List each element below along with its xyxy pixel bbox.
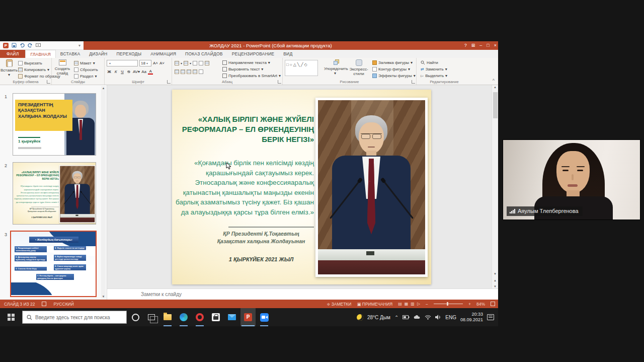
zoom-in-button[interactable]: +: [468, 302, 471, 307]
taskbar-search-input[interactable]: Введите здесь текст для поиска: [22, 311, 127, 324]
zoom-slider[interactable]: [434, 304, 463, 304]
opera-browser-button[interactable]: [192, 308, 207, 326]
paragraph-dialog-launcher[interactable]: [278, 80, 281, 84]
tab-insert[interactable]: ВСТАВКА: [56, 50, 85, 58]
text-direction-button[interactable]: Направление текста ▾: [222, 59, 281, 66]
comments-toggle[interactable]: ▣ ПРИМЕЧАНИЯ: [357, 302, 392, 307]
slide-date[interactable]: 1 ҚЫРКҮЙЕК 2021 ЖЫЛ: [208, 256, 314, 262]
tab-design[interactable]: ДИЗАЙН: [85, 50, 112, 58]
increase-indent-icon[interactable]: [199, 61, 203, 65]
convert-smartart-button[interactable]: Преобразовать в SmartArt ▾: [222, 73, 281, 79]
shape-outline-button[interactable]: Контур фигуры ▾: [372, 66, 416, 73]
participant-video-tile[interactable]: Аяулым Тлепбергенова: [503, 139, 640, 220]
tab-review[interactable]: РЕЦЕНЗИРОВАНИЕ: [227, 50, 279, 58]
bold-button[interactable]: Ж: [107, 69, 112, 74]
start-slideshow-icon[interactable]: [36, 43, 41, 48]
weather-moon-icon[interactable]: [357, 314, 363, 321]
font-size-combobox[interactable]: 18▾: [139, 60, 151, 66]
zoom-app-button[interactable]: [257, 308, 272, 326]
strikethrough-button[interactable]: S: [126, 69, 131, 74]
font-dialog-launcher[interactable]: [167, 80, 171, 84]
find-button[interactable]: Найти: [421, 59, 447, 66]
thumbnail-slide-2[interactable]: «ХАЛЫҚ БІРЛІГІ ЖӘНЕ ЖҮЙЕЛІ РЕФОРМАЛАР – …: [13, 162, 96, 225]
spellcheck-language-icon[interactable]: [42, 302, 46, 306]
thumbnail-scrollbar[interactable]: ▲ ▼: [101, 86, 106, 299]
next-slide-button[interactable]: ▼: [492, 285, 498, 288]
normal-view-icon[interactable]: ▤: [398, 302, 402, 306]
tab-transitions[interactable]: ПЕРЕХОДЫ: [112, 50, 146, 58]
collapse-ribbon-button[interactable]: ^: [493, 78, 495, 83]
shapes-gallery[interactable]: □○△╲╱◇: [285, 60, 318, 76]
president-photo-frame[interactable]: [315, 98, 428, 277]
language-indicator[interactable]: РУССКИЙ: [53, 302, 73, 307]
tray-expand-chevron-icon[interactable]: ⌃: [394, 315, 398, 320]
align-text-button[interactable]: Выровнять текст ▾: [222, 66, 281, 73]
slideshow-view-icon[interactable]: ▷: [417, 302, 420, 306]
numbering-icon[interactable]: [184, 61, 188, 65]
line-spacing-icon[interactable]: [205, 61, 209, 65]
justify-icon[interactable]: [193, 69, 197, 74]
font-name-combobox[interactable]: ▾: [107, 60, 138, 66]
replace-button[interactable]: ⇄Заменить ▾: [421, 66, 447, 73]
scroll-down-icon[interactable]: ▼: [492, 272, 498, 275]
action-center-icon[interactable]: [487, 314, 494, 320]
network-signal-icon[interactable]: [425, 315, 431, 320]
weather-widget[interactable]: 28°C Дым: [367, 315, 390, 320]
quick-styles-button[interactable]: Экспресс-стили: [347, 59, 370, 76]
columns-icon[interactable]: [199, 69, 203, 74]
paste-button[interactable]: Вставить▾: [1, 59, 18, 77]
zoom-out-button[interactable]: −: [426, 302, 428, 307]
select-button[interactable]: ▻Выделить ▾: [421, 73, 447, 79]
taskbar-clock[interactable]: 20:3308.09.2021: [460, 312, 483, 323]
align-right-icon[interactable]: [187, 69, 191, 74]
italic-button[interactable]: К: [113, 69, 118, 74]
clipboard-dialog-launcher[interactable]: [47, 80, 50, 84]
scroll-down-icon[interactable]: ▼: [101, 295, 106, 298]
close-button[interactable]: ×: [494, 41, 497, 50]
onedrive-cloud-icon[interactable]: [414, 315, 421, 320]
notes-toggle[interactable]: ≑ ЗАМЕТКИ: [327, 302, 351, 307]
arrange-button[interactable]: Упорядочить▾: [324, 59, 346, 76]
reading-view-icon[interactable]: ▥: [411, 302, 415, 306]
tab-home[interactable]: ГЛАВНАЯ: [25, 50, 55, 58]
section-button[interactable]: Раздел ▾: [74, 73, 98, 80]
slide-body-quote[interactable]: «Қоғамдағы бірлік пен келісімді көздің қ…: [174, 158, 314, 217]
vertical-scrollbar[interactable]: ▲ ▼ ▲ ▼: [492, 85, 498, 288]
slide-canvas[interactable]: «ХАЛЫҚ БІРЛІГІ ЖӘНЕ ЖҮЙЕЛІ РЕФОРМАЛАР – …: [172, 90, 431, 284]
task-view-button[interactable]: [144, 308, 159, 326]
previous-slide-button[interactable]: ▲: [492, 279, 498, 282]
font-color-button[interactable]: А: [148, 69, 153, 75]
powerpoint-logo-icon[interactable]: P: [3, 43, 9, 48]
locked-app-button[interactable]: [208, 308, 223, 326]
restore-button[interactable]: □: [487, 41, 489, 50]
start-button[interactable]: [0, 308, 22, 326]
input-language-indicator[interactable]: ENG: [445, 315, 456, 320]
slide-attribution[interactable]: ҚР Президенті Қ.Тоқаевтың Қазақстан халқ…: [208, 230, 314, 245]
powerpoint-taskbar-button[interactable]: P: [240, 308, 256, 326]
change-case-button[interactable]: Аа: [141, 69, 146, 74]
tab-view[interactable]: ВИД: [279, 50, 297, 58]
grow-font-button[interactable]: А˄: [153, 61, 158, 65]
qat-dropdown-icon[interactable]: ▾: [78, 43, 80, 48]
scroll-up-icon[interactable]: ▲: [101, 87, 106, 90]
fit-to-window-icon[interactable]: [491, 302, 495, 306]
tab-file[interactable]: ФАЙЛ: [0, 50, 25, 58]
undo-icon[interactable]: [20, 43, 25, 48]
file-explorer-button[interactable]: [160, 308, 175, 326]
redo-icon[interactable]: [28, 43, 33, 48]
tab-slideshow[interactable]: ПОКАЗ СЛАЙДОВ: [181, 50, 227, 58]
drawing-dialog-launcher[interactable]: [412, 80, 415, 84]
shape-effects-button[interactable]: Эффекты фигуры ▾: [372, 73, 416, 79]
scroll-up-icon[interactable]: ▲: [492, 86, 498, 89]
underline-button[interactable]: Ч: [120, 69, 125, 74]
save-icon[interactable]: [12, 43, 17, 48]
thumbnail-slide-1[interactable]: ПРЕЗИДЕНТТІҢ ҚАЗАҚСТАН ХАЛҚЫНА ЖОЛДАУЫ 1…: [13, 93, 96, 156]
sign-in-account-icon[interactable]: [489, 50, 496, 57]
help-button[interactable]: ?: [464, 41, 467, 50]
speaker-icon[interactable]: [435, 315, 441, 320]
reset-button[interactable]: Сбросить: [74, 66, 98, 73]
tab-animations[interactable]: АНИМАЦИЯ: [146, 50, 181, 58]
notes-pane[interactable]: Заметки к слайду: [107, 288, 498, 300]
shape-fill-button[interactable]: Заливка фигуры ▾: [372, 59, 416, 66]
edge-browser-button[interactable]: [176, 308, 191, 326]
